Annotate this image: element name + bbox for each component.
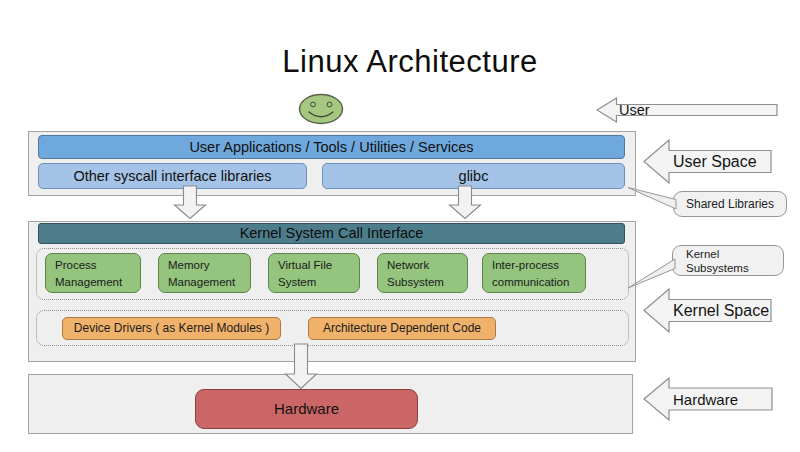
callout-kernel-subsystems: Kernel Subsystems <box>672 245 784 276</box>
side-arrow-user-space: User Space <box>643 139 772 184</box>
side-arrow-kernel-space-label: Kernel Space <box>673 288 769 333</box>
kernel-syscall-interface-bar: Kernel System Call Interface <box>38 223 625 244</box>
user-applications-bar: User Applications / Tools / Utilities / … <box>38 135 625 159</box>
page-title: Linux Architecture <box>180 44 640 80</box>
callout-kernel-subsystems-line2: Subsystems <box>686 262 783 276</box>
side-arrow-hardware-label: Hardware <box>673 377 738 421</box>
smiley-face-icon <box>300 95 343 124</box>
callout-shared-libraries-label: Shared Libraries <box>686 197 774 211</box>
subsystem-box-virtual-file-system: Virtual File System <box>268 253 360 293</box>
subsystem-box-memory-management: Memory Management <box>158 253 251 293</box>
subsystem-box-interprocess-communication: Inter-process communication <box>482 253 586 293</box>
linux-architecture-diagram: Linux Architecture User Applications / T… <box>0 0 800 452</box>
glibc-box: glibc <box>322 163 625 189</box>
hardware-box: Hardware <box>195 389 418 429</box>
other-syscall-libraries-box: Other syscall interface libraries <box>38 163 307 189</box>
module-box-architecture-dependent-code: Architecture Dependent Code <box>308 317 496 340</box>
side-arrow-user: User <box>596 97 778 123</box>
side-arrow-user-label: User <box>619 97 650 123</box>
subsystem-box-network-subsystem: Network Subsystem <box>377 253 468 293</box>
side-arrow-hardware: Hardware <box>643 377 773 421</box>
callout-shared-libraries: Shared Libraries <box>673 191 787 217</box>
callout-kernel-subsystems-line1: Kernel <box>686 248 783 262</box>
side-arrow-user-space-label: User Space <box>673 139 757 184</box>
side-arrow-kernel-space: Kernel Space <box>643 288 772 333</box>
module-box-device-drivers: Device Drivers ( as Kernel Modules ) <box>62 317 281 340</box>
subsystem-box-process-management: Process Management <box>45 253 141 293</box>
